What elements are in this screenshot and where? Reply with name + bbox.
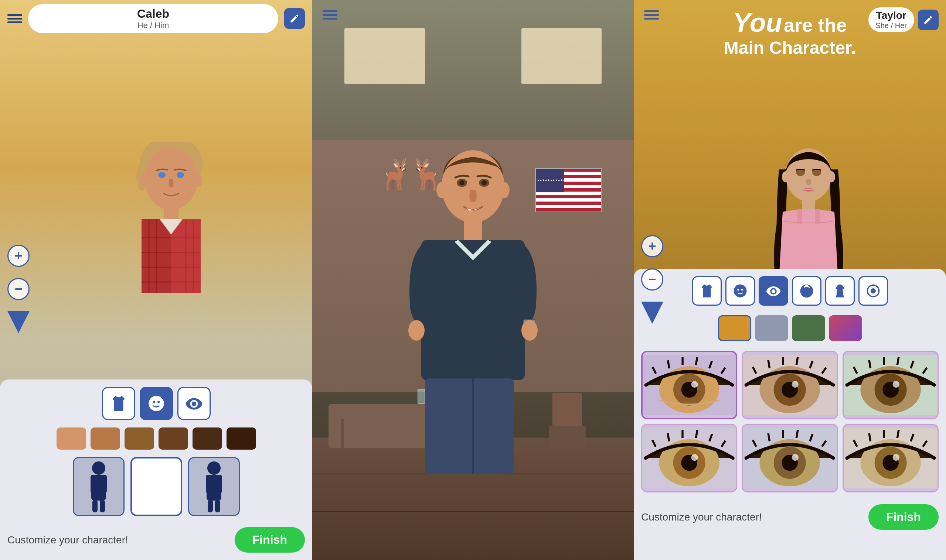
body-option-left[interactable]	[73, 457, 125, 516]
hamburger-menu-panel3[interactable]	[644, 10, 659, 20]
hamburger-menu-icon[interactable]	[8, 14, 22, 23]
edit-taylor-button[interactable]	[918, 9, 938, 30]
svg-point-35	[207, 462, 221, 475]
eye-option-5[interactable]	[742, 424, 838, 492]
color-swatch-4[interactable]	[159, 428, 188, 450]
svg-point-23	[92, 462, 105, 475]
cat-body-3[interactable]	[692, 276, 722, 306]
svg-line-97	[869, 360, 870, 368]
finish-button-1[interactable]: Finish	[235, 527, 305, 552]
footer-bar-3: Customize your character! Finish	[641, 501, 938, 530]
color-swatch-5[interactable]	[193, 428, 222, 450]
svg-line-99	[897, 357, 899, 365]
eye-option-4[interactable]	[641, 424, 737, 492]
title-you: You	[733, 8, 782, 37]
color-swatch-1[interactable]	[57, 428, 86, 450]
swatch-green[interactable]	[792, 315, 825, 341]
character-pronouns: He / Him	[37, 21, 269, 30]
eye-option-1[interactable]	[641, 351, 737, 419]
svg-rect-25	[91, 475, 98, 493]
arrow-down-button-3[interactable]	[641, 302, 663, 324]
svg-point-44	[459, 180, 465, 185]
swatch-purple[interactable]	[829, 315, 862, 341]
svg-line-119	[768, 433, 770, 442]
eye-option-3[interactable]	[843, 351, 938, 419]
svg-point-4	[140, 174, 149, 187]
customize-text-1: Customize your character!	[8, 534, 128, 546]
svg-rect-32	[157, 475, 164, 493]
svg-point-55	[522, 320, 538, 341]
zoom-in-button[interactable]: +	[8, 245, 29, 267]
cat-accessories-3[interactable]	[858, 276, 888, 306]
arrow-down-button[interactable]	[8, 311, 29, 333]
eye-option-2[interactable]	[742, 351, 838, 419]
svg-point-21	[153, 401, 155, 403]
body-option-center[interactable]	[130, 457, 182, 516]
category-face-button[interactable]	[140, 387, 173, 420]
category-body-button[interactable]	[102, 387, 135, 420]
edit-character-button[interactable]	[284, 8, 305, 29]
taylor-name: Taylor	[876, 9, 907, 22]
title-are-the: are the	[784, 14, 847, 36]
svg-rect-39	[208, 500, 213, 512]
svg-point-5	[193, 174, 202, 187]
svg-point-117	[792, 454, 799, 461]
cat-dress-3[interactable]	[825, 276, 855, 306]
svg-rect-51	[425, 378, 514, 474]
taylor-pronouns: She / Her	[876, 22, 907, 30]
svg-rect-38	[215, 475, 222, 493]
cat-face-3[interactable]	[725, 276, 755, 306]
taylor-name-area: Taylor She / Her	[869, 8, 938, 32]
svg-rect-50	[472, 260, 474, 364]
zoom-out-button[interactable]: −	[8, 278, 29, 300]
svg-rect-40	[215, 500, 220, 512]
body-shape-row	[8, 457, 305, 516]
body-option-right[interactable]	[188, 457, 240, 516]
svg-rect-63	[815, 209, 819, 224]
side-controls-panel1: + −	[8, 245, 29, 333]
svg-point-2	[158, 172, 165, 178]
ceiling-light-2	[522, 28, 602, 84]
svg-point-60	[828, 171, 835, 182]
svg-point-66	[741, 289, 743, 291]
svg-rect-6	[164, 206, 179, 221]
svg-point-59	[782, 171, 789, 182]
svg-rect-34	[157, 500, 163, 512]
svg-point-65	[737, 289, 739, 291]
svg-rect-37	[206, 475, 213, 493]
svg-line-86	[768, 360, 770, 368]
svg-line-121	[797, 430, 798, 438]
color-swatch-3[interactable]	[125, 428, 154, 450]
svg-point-54	[408, 320, 424, 341]
panel-3-taylor: You are the Main Character. + −	[634, 0, 946, 560]
category-eyes-button[interactable]	[177, 387, 211, 420]
bottom-panel-3: Customize your character! Finish	[634, 269, 946, 560]
svg-rect-33	[150, 500, 155, 512]
swatch-gold[interactable]	[718, 315, 751, 341]
eye-option-6[interactable]	[843, 424, 938, 492]
svg-line-88	[797, 357, 798, 365]
character-name-badge: Caleb He / Him	[28, 4, 278, 33]
panel-2-scene: ★★★★★★★★★★★★★★★★★★★★★★★★★★★★★★★★★★★★★★★★…	[312, 0, 634, 560]
bottom-panel-1: Customize your character! Finish	[0, 380, 312, 560]
zoom-out-button-3[interactable]: −	[641, 268, 663, 291]
svg-point-22	[157, 401, 160, 403]
character-name: Caleb	[37, 7, 269, 21]
svg-rect-27	[93, 500, 97, 512]
svg-point-45	[481, 180, 487, 185]
title-main-character: Main Character.	[641, 38, 938, 58]
chair	[549, 393, 586, 448]
svg-point-29	[150, 462, 163, 475]
svg-point-128	[892, 454, 899, 461]
color-swatch-2[interactable]	[91, 428, 120, 450]
svg-point-47	[499, 182, 509, 198]
cat-hair-3[interactable]	[792, 276, 821, 306]
hamburger-menu-panel2[interactable]	[323, 10, 337, 20]
color-swatch-6[interactable]	[227, 428, 256, 450]
svg-point-106	[691, 454, 698, 461]
finish-button-3[interactable]: Finish	[869, 504, 938, 530]
taylor-name-badge: Taylor She / Her	[869, 8, 914, 32]
swatch-blue[interactable]	[755, 315, 788, 341]
cat-eye-3[interactable]	[759, 276, 788, 306]
zoom-in-button-3[interactable]: +	[641, 235, 663, 257]
